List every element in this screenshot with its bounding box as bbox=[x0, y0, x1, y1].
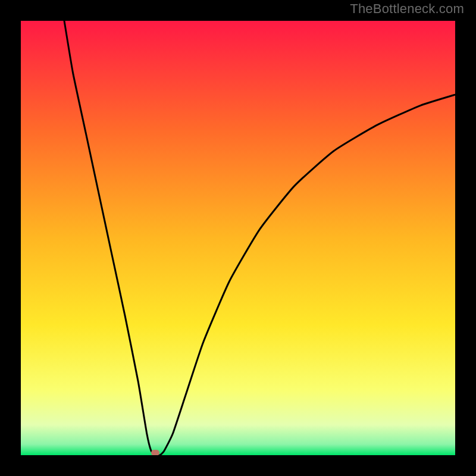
chart-frame: TheBottleneck.com bbox=[0, 0, 476, 476]
bottleneck-curve bbox=[21, 21, 455, 455]
plot-area bbox=[21, 21, 455, 455]
optimal-point-marker bbox=[151, 450, 159, 455]
watermark-text: TheBottleneck.com bbox=[350, 1, 464, 17]
